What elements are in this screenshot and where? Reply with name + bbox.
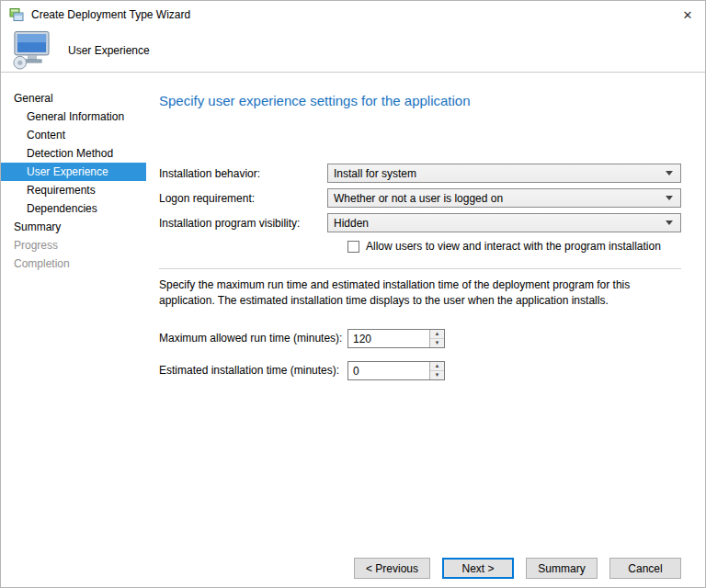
spin-up-icon[interactable]: ▲	[430, 330, 444, 339]
chevron-down-icon	[666, 196, 673, 200]
page-title: Specify user experience settings for the…	[159, 93, 681, 108]
wizard-icon	[9, 7, 24, 22]
logon-requirement-row: Logon requirement: Whether or not a user…	[159, 188, 681, 208]
title-bar: Create Deployment Type Wizard ✕	[1, 1, 705, 28]
run-time-note: Specify the maximum run time and estimat…	[159, 277, 681, 309]
logon-requirement-select[interactable]: Whether or not a user is logged on	[327, 188, 681, 208]
max-run-time-spin-buttons: ▲ ▼	[429, 330, 444, 347]
program-visibility-row: Installation program visibility: Hidden	[159, 213, 681, 232]
allow-interaction-checkbox[interactable]	[347, 241, 359, 253]
section-divider	[159, 268, 681, 269]
estimated-time-spin-buttons: ▲ ▼	[429, 362, 444, 379]
installation-behavior-label: Installation behavior:	[159, 167, 327, 180]
spin-down-icon[interactable]: ▼	[430, 339, 444, 347]
computer-icon	[9, 30, 52, 70]
installation-behavior-select[interactable]: Install for system	[327, 164, 681, 183]
sidebar-item-requirements[interactable]: Requirements	[1, 181, 146, 199]
banner-page-label: User Experience	[68, 44, 150, 57]
program-visibility-select[interactable]: Hidden	[327, 213, 681, 232]
chevron-down-icon	[666, 171, 673, 175]
sidebar-item-progress: Progress	[1, 236, 146, 254]
close-icon[interactable]: ✕	[670, 1, 705, 28]
cancel-button[interactable]: Cancel	[609, 558, 681, 579]
wizard-banner: User Experience	[1, 28, 705, 73]
estimated-time-label: Estimated installation time (minutes):	[159, 364, 347, 377]
allow-interaction-label: Allow users to view and interact with th…	[366, 240, 661, 253]
chevron-down-icon	[666, 220, 673, 225]
installation-behavior-value: Install for system	[334, 167, 658, 180]
installation-behavior-row: Installation behavior: Install for syste…	[159, 164, 681, 183]
logon-requirement-value: Whether or not a user is logged on	[334, 192, 658, 205]
wizard-steps-sidebar: General General Information Content Dete…	[1, 73, 146, 587]
program-visibility-label: Installation program visibility:	[159, 217, 327, 230]
sidebar-item-general-information[interactable]: General Information	[1, 107, 146, 126]
sidebar-item-detection-method[interactable]: Detection Method	[1, 144, 146, 163]
previous-button[interactable]: < Previous	[354, 558, 430, 579]
spin-down-icon[interactable]: ▼	[430, 371, 444, 379]
max-run-time-input[interactable]: 120	[348, 330, 429, 347]
spin-up-icon[interactable]: ▲	[430, 362, 444, 371]
next-button[interactable]: Next >	[442, 558, 514, 579]
sidebar-item-content[interactable]: Content	[1, 126, 146, 144]
sidebar-item-completion: Completion	[1, 254, 146, 273]
program-visibility-value: Hidden	[334, 217, 658, 230]
wizard-footer: < Previous Next > Summary Cancel	[159, 548, 681, 587]
sidebar-item-user-experience[interactable]: User Experience	[1, 163, 146, 181]
max-run-time-row: Maximum allowed run time (minutes): 120 …	[159, 329, 681, 348]
wizard-body: General General Information Content Dete…	[1, 73, 705, 587]
estimated-time-spinner: 0 ▲ ▼	[347, 361, 445, 380]
max-run-time-label: Maximum allowed run time (minutes):	[159, 332, 347, 345]
wizard-window: Create Deployment Type Wizard ✕ User Exp…	[0, 0, 706, 588]
sidebar-item-general[interactable]: General	[1, 89, 146, 107]
wizard-content: Specify user experience settings for the…	[146, 73, 705, 587]
sidebar-item-dependencies[interactable]: Dependencies	[1, 199, 146, 218]
summary-button[interactable]: Summary	[526, 558, 598, 579]
user-experience-form: Installation behavior: Install for syste…	[159, 164, 681, 380]
logon-requirement-label: Logon requirement:	[159, 192, 327, 205]
sidebar-item-summary[interactable]: Summary	[1, 218, 146, 236]
allow-interaction-row: Allow users to view and interact with th…	[347, 240, 681, 253]
max-run-time-spinner: 120 ▲ ▼	[347, 329, 445, 348]
window-title: Create Deployment Type Wizard	[31, 8, 670, 21]
estimated-time-input[interactable]: 0	[348, 362, 429, 379]
estimated-time-row: Estimated installation time (minutes): 0…	[159, 361, 681, 380]
